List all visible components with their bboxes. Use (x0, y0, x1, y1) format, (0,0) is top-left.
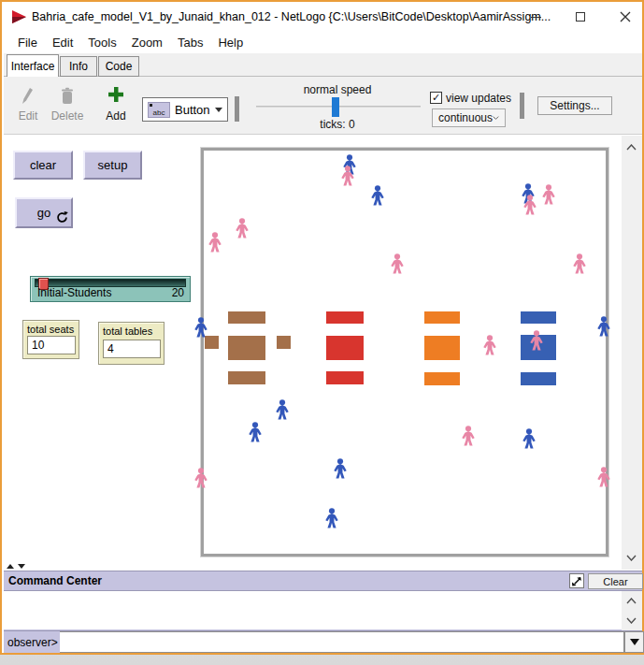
command-center-output[interactable] (4, 591, 622, 630)
monitor-value: 10 (27, 336, 76, 354)
menu-bar: File Edit Tools Zoom Tabs Help (4, 32, 642, 53)
command-center-title: Command Center (8, 574, 102, 587)
menu-zoom[interactable]: Zoom (125, 34, 169, 51)
maximize-button[interactable] (559, 2, 602, 32)
forever-loop-icon (56, 211, 68, 224)
view-updates-label: view updates (446, 92, 530, 105)
person-turtle (235, 218, 250, 239)
observer-prompt: observer> (4, 631, 60, 653)
command-center-clear-button[interactable]: Clear (588, 573, 643, 589)
add-button-label[interactable]: Add (99, 109, 133, 123)
monitor-value: 4 (103, 340, 161, 358)
minimize-button[interactable] (514, 2, 557, 32)
person-turtle (461, 426, 476, 446)
table-block (424, 372, 460, 385)
total-seats-monitor: total seats 10 (22, 320, 79, 359)
table-block (521, 372, 556, 385)
tab-code[interactable]: Code (98, 56, 139, 77)
slider-value: 20 (172, 286, 184, 299)
table-block (228, 336, 265, 360)
add-plus-icon[interactable] (107, 86, 124, 103)
person-turtle (529, 330, 544, 351)
table-block (424, 311, 460, 324)
monitor-label: total tables (103, 325, 152, 337)
command-input[interactable] (60, 631, 624, 653)
minimize-icon (531, 17, 541, 18)
table-block (277, 336, 291, 349)
splitter-up-icon (7, 564, 14, 569)
scroll-down-icon[interactable] (623, 551, 639, 565)
table-block (228, 311, 265, 324)
scroll-down-icon[interactable] (623, 614, 639, 628)
world-view[interactable] (201, 148, 608, 557)
scroll-up-icon[interactable] (623, 140, 639, 154)
button-widget-icon: abc (148, 102, 170, 118)
menu-tabs[interactable]: Tabs (171, 34, 209, 51)
menu-file[interactable]: File (11, 34, 44, 51)
person-turtle (572, 253, 587, 274)
scroll-up-icon[interactable] (623, 594, 639, 608)
person-turtle (390, 253, 405, 274)
table-block (326, 371, 364, 384)
person-turtle (333, 458, 348, 479)
person-turtle (275, 399, 290, 420)
tab-strip: Interface Info Code (4, 53, 642, 77)
menu-help[interactable]: Help (211, 34, 250, 51)
observer-context-dropdown[interactable] (624, 631, 644, 653)
menu-edit[interactable]: Edit (46, 34, 79, 51)
delete-button-label[interactable]: Delete (48, 109, 87, 123)
tab-info[interactable]: Info (60, 56, 97, 77)
command-center-header: Command Center Clear (4, 571, 642, 591)
update-mode-value: continuous (438, 111, 493, 124)
speed-slider-thumb[interactable] (332, 97, 339, 117)
person-turtle (248, 422, 263, 442)
toolbar-separator (235, 96, 239, 122)
person-turtle (340, 166, 355, 186)
tab-interface[interactable]: Interface (7, 54, 59, 78)
table-block (205, 336, 219, 349)
title-bar[interactable]: Bahria_cafe_model_V1_by_Junaid_khan_012 … (2, 2, 642, 32)
edit-pencil-icon[interactable] (21, 87, 35, 106)
close-button[interactable] (604, 2, 644, 32)
clear-button[interactable]: clear (13, 151, 73, 180)
close-icon (620, 11, 631, 22)
edit-button-label[interactable]: Edit (11, 109, 45, 123)
person-turtle (541, 184, 556, 205)
view-updates-checkbox[interactable]: ✓ (430, 92, 442, 104)
total-tables-monitor: total tables 4 (98, 322, 165, 365)
command-center-resize-button[interactable] (569, 573, 584, 588)
command-prompt-row: observer> (4, 630, 642, 653)
maximize-icon (576, 12, 585, 22)
person-turtle (596, 316, 611, 337)
menu-tools[interactable]: Tools (81, 34, 122, 51)
person-turtle (596, 467, 611, 487)
person-turtle (522, 428, 537, 449)
interface-toolbar: Edit Delete Add abc Button normal speed … (4, 77, 642, 135)
person-turtle (193, 468, 208, 488)
widget-type-dropdown[interactable]: abc Button (142, 97, 228, 122)
monitor-label: total seats (27, 324, 74, 335)
update-mode-dropdown[interactable]: continuous (432, 108, 506, 127)
go-button[interactable]: go (15, 197, 73, 228)
chevron-down-icon (215, 108, 222, 112)
go-button-label: go (37, 206, 50, 220)
interface-canvas: clear setup go Initial-Students 20 total… (4, 135, 620, 570)
person-turtle (482, 335, 497, 355)
person-turtle (324, 508, 339, 528)
netlogo-window: Bahria_cafe_model_V1_by_Junaid_khan_012 … (0, 0, 644, 655)
widget-type-value: Button (175, 103, 210, 117)
setup-button[interactable]: setup (83, 151, 142, 180)
initial-students-slider[interactable]: Initial-Students 20 (30, 276, 191, 302)
window-title: Bahria_cafe_model_V1_by_Junaid_khan_012 … (32, 10, 551, 23)
table-block (326, 336, 364, 360)
person-turtle (522, 195, 537, 215)
person-turtle (193, 317, 208, 338)
interface-vertical-scrollbar[interactable] (622, 136, 642, 570)
screenshot-stage: Bahria_cafe_model_V1_by_Junaid_khan_012 … (0, 0, 644, 665)
command-center-splitter[interactable] (7, 562, 29, 570)
settings-button[interactable]: Settings... (537, 96, 612, 115)
delete-trash-icon[interactable] (60, 87, 75, 106)
command-center-scrollbar[interactable] (622, 591, 642, 630)
chevron-down-icon (630, 639, 639, 645)
table-block (326, 311, 364, 324)
